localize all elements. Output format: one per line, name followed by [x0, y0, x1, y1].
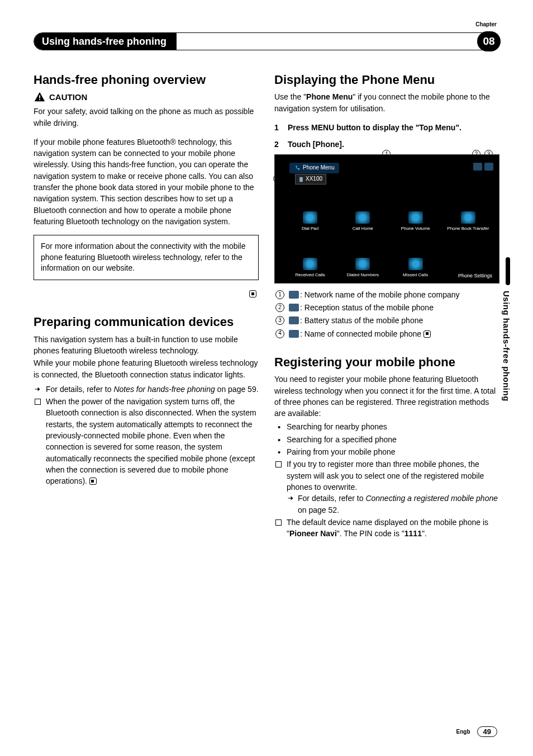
shot-cell: Call Home — [337, 187, 388, 231]
list-item: Searching for a specified phone — [274, 434, 499, 445]
screenshot-wrap: 1 2 3 4 Phone Menu XX100 — [274, 154, 499, 283]
text: Phone Menu — [361, 73, 435, 87]
text-bold: 1111 — [404, 529, 422, 538]
text: Displaying the — [274, 73, 361, 87]
home-icon — [355, 211, 370, 224]
step-text: Press MENU button to display the "Top Me… — [288, 123, 461, 132]
prepare-p2: While your mobile phone featuring Blueto… — [34, 357, 259, 380]
text-bold: Pioneer Navi — [289, 529, 337, 538]
info-box: For more information about the connectiv… — [34, 235, 259, 280]
text: Use the " — [274, 92, 306, 101]
label: Call Home — [353, 225, 373, 232]
list-item: The default device name displayed on the… — [274, 517, 499, 540]
label: Missed Calls — [403, 272, 428, 278]
chapter-title: Using hands-free phoning — [34, 33, 177, 50]
label: Phone Book Transfer — [447, 225, 489, 232]
shot-device: XX100 — [295, 174, 326, 185]
legend-4: 4: Name of connected mobile phone — [274, 328, 499, 339]
side-tab-marker — [506, 257, 510, 285]
text: ". The PIN code is " — [337, 529, 404, 538]
caution-row: CAUTION — [34, 91, 259, 103]
phone-device-icon — [289, 330, 299, 338]
shot-grid: Dial Pad Call Home Phone Volume Phone Bo… — [285, 187, 493, 278]
chapter-header: Using hands-free phoning 08 — [34, 32, 499, 50]
end-square-icon — [89, 478, 97, 485]
shot-status-icons — [473, 163, 493, 171]
text: When the power of the navigation system … — [46, 397, 256, 485]
text: on page 59. — [215, 385, 259, 394]
sub-reference: For details, refer to Connecting a regis… — [287, 493, 499, 516]
shot-cell: Dialed Numbers — [337, 234, 388, 278]
arrow-right-icon — [287, 494, 294, 502]
transfer-icon — [461, 211, 475, 224]
shot-cell: Dial Pad — [285, 187, 335, 231]
shot-cell: Phone Book Transfer — [443, 187, 493, 231]
legend-2: 2: Reception status of the mobile phone — [274, 302, 499, 313]
heading-overview: Hands-free phoning overview — [34, 73, 259, 87]
register-intro: You need to register your mobile phone f… — [274, 374, 499, 419]
svg-rect-0 — [39, 96, 40, 99]
register-methods: Searching for nearby phones Searching fo… — [274, 421, 499, 539]
battery-icon — [289, 316, 299, 324]
svg-rect-2 — [299, 177, 303, 182]
phone-icon — [294, 166, 301, 171]
legend-num: 4 — [275, 329, 284, 338]
header-capsule: Using hands-free phoning — [34, 32, 499, 50]
section-end-marker — [34, 288, 256, 299]
phone-menu-screenshot: Phone Menu XX100 Dial Pad Call Home Phon… — [274, 154, 499, 283]
text: ". — [422, 529, 427, 538]
list-item: Searching for nearby phones — [274, 421, 499, 432]
label: Dial Pad — [302, 225, 318, 232]
bluetooth-paragraph: If your mobile phone features Bluetooth®… — [34, 136, 259, 227]
warning-icon — [34, 91, 46, 103]
legend-num: 3 — [275, 316, 284, 325]
label: Received Calls — [295, 272, 325, 278]
text: Phone Menu — [303, 164, 335, 172]
legend-1: 1: Network name of the mobile phone comp… — [274, 289, 499, 300]
reference-title: Connecting a registered mobile phone — [365, 494, 498, 503]
legend-3: 3: Battery status of the mobile phone — [274, 315, 499, 326]
chapter-number-badge: 08 — [477, 31, 501, 51]
left-column: Hands-free phoning overview CAUTION For … — [34, 73, 259, 540]
right-column: Displaying the Phone Menu Use the "Phone… — [274, 73, 499, 540]
end-square-icon — [249, 290, 256, 297]
reception-icon — [289, 304, 299, 311]
page: Chapter Using hands-free phoning 08 Hand… — [0, 0, 533, 756]
list-item: When the power of the navigation system … — [34, 396, 259, 486]
text: : Battery status of the mobile phone — [300, 316, 423, 325]
signal-icon — [473, 163, 482, 171]
text: If you try to register more than three m… — [287, 460, 484, 492]
text: Searching for a specified phone — [287, 435, 397, 444]
volume-icon — [408, 211, 423, 224]
svg-rect-1 — [39, 100, 40, 101]
dialpad-icon — [303, 211, 317, 224]
step-1: 1Press MENU button to display the "Top M… — [274, 122, 499, 133]
page-footer: Engb 49 — [456, 726, 497, 737]
list-item: Pairing from your mobile phone — [274, 446, 499, 457]
dialed-icon — [355, 258, 370, 270]
prepare-list: For details, refer to Notes for hands-fr… — [34, 384, 259, 487]
step-2: 2Touch [Phone]. — [274, 139, 499, 150]
caution-label: CAUTION — [49, 91, 87, 103]
page-number: 49 — [477, 726, 497, 737]
text: For details, refer to — [46, 385, 113, 394]
text: For details, refer to — [298, 494, 365, 503]
device-icon — [299, 177, 303, 182]
label: Dialed Numbers — [347, 272, 379, 278]
heading-displaying: Displaying the Phone Menu — [274, 73, 499, 87]
content-columns: Hands-free phoning overview CAUTION For … — [34, 73, 499, 540]
text: Searching for nearby phones — [287, 422, 387, 431]
caution-body: For your safety, avoid talking on the ph… — [34, 106, 259, 129]
shot-cell: Received Calls — [285, 234, 335, 278]
footer-lang: Engb — [456, 729, 470, 735]
text-bold: Phone Menu — [306, 92, 353, 101]
text: : Reception status of the mobile phone — [300, 303, 434, 312]
received-icon — [303, 258, 317, 270]
text: : Network name of the mobile phone compa… — [300, 290, 460, 299]
heading-registering: Registering your mobile phone — [274, 355, 499, 369]
chapter-label: Chapter — [475, 21, 497, 27]
step-text: Touch [Phone]. — [288, 140, 344, 149]
legend-num: 1 — [275, 290, 284, 299]
reference-title: Notes for hands-free phoning — [113, 385, 215, 394]
battery-icon — [484, 163, 493, 171]
